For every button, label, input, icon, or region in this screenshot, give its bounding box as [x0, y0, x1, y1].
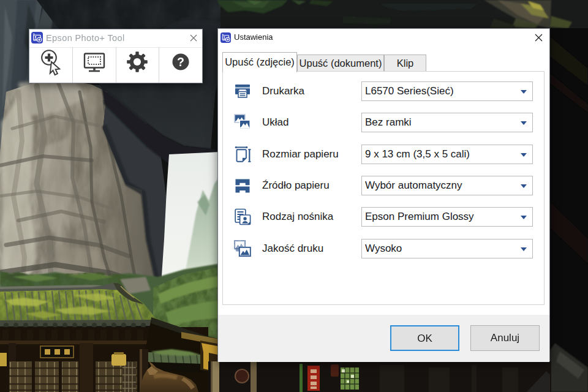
svg-text:?: ?	[177, 55, 184, 69]
